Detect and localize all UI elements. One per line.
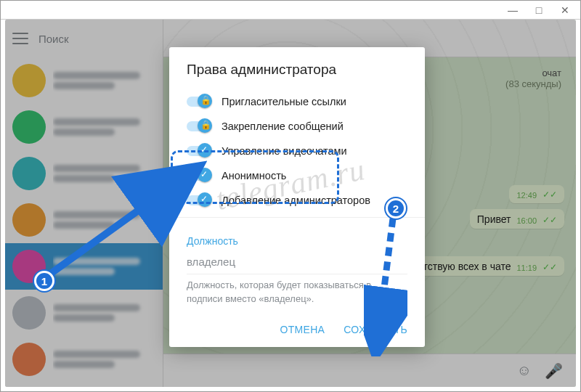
perm-anonymity[interactable]: ✓Анонимность xyxy=(169,163,425,188)
perm-invite-links[interactable]: 🔒Пригласительные ссылки xyxy=(169,89,425,114)
admin-rights-modal: Права администратора 🔒Пригласительные сс… xyxy=(169,47,425,347)
cancel-button[interactable]: ОТМЕНА xyxy=(280,324,325,335)
modal-title: Права администратора xyxy=(169,62,425,89)
close-button[interactable]: ✕ xyxy=(560,5,570,15)
perm-manage-videochats[interactable]: ✓Управление видеочатами xyxy=(169,139,425,163)
perm-label: Добавление администраторов xyxy=(222,195,370,206)
maximize-button[interactable]: □ xyxy=(534,5,544,15)
annotation-badge-2: 2 xyxy=(386,198,406,219)
perm-label: Анонимность xyxy=(222,170,286,181)
role-input[interactable]: владелец xyxy=(169,254,425,274)
annotation-badge-1: 1 xyxy=(34,271,54,291)
perm-label: Управление видеочатами xyxy=(222,145,347,157)
perm-label: Пригласительные ссылки xyxy=(222,96,346,107)
role-hint: Должность, которая будет показываться в … xyxy=(169,274,425,317)
role-section-label: Должность xyxy=(169,222,425,254)
toggle-on-icon[interactable]: ✓ xyxy=(187,146,211,156)
perm-pin-messages[interactable]: 🔒Закрепление сообщений xyxy=(169,114,425,139)
perm-label: Закрепление сообщений xyxy=(222,121,344,132)
toggle-on-icon[interactable]: ✓ xyxy=(187,195,211,205)
app-frame: Поиск очат (83 секунды) а 1 февраля в 16… xyxy=(5,20,576,387)
save-button[interactable]: СОХРАНИТЬ xyxy=(344,324,407,335)
toggle-on-icon[interactable]: ✓ xyxy=(187,171,211,181)
minimize-button[interactable]: — xyxy=(508,5,518,15)
toggle-on-icon[interactable]: 🔒 xyxy=(187,121,211,131)
toggle-on-icon[interactable]: 🔒 xyxy=(187,97,211,107)
window-titlebar: — □ ✕ xyxy=(1,1,580,20)
